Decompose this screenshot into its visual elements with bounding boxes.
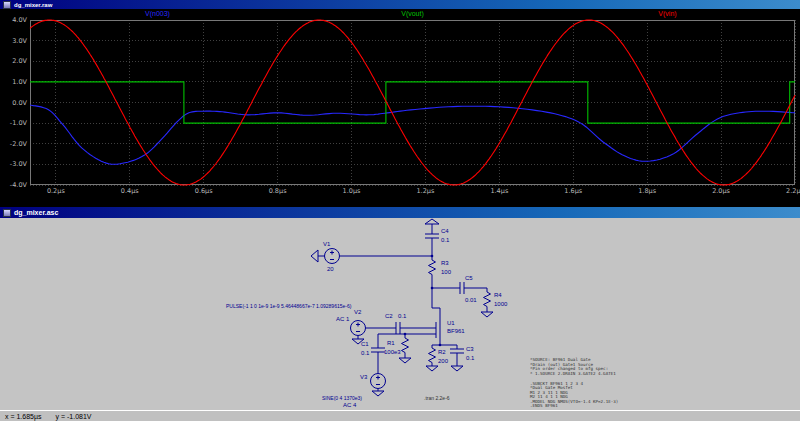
spice-note-line: * 1.SOURCE 2.DRAIN 3.GATE2 4.GATE1 [530,371,616,376]
r3-name: R3 [441,260,449,266]
schematic-titlebar[interactable]: dg_mixer.asc [0,207,800,218]
c1-value: 0.1 [361,350,370,356]
y-tick-label: 2.0V [0,57,27,65]
trace-V(n003)[interactable] [30,105,795,164]
v3-value: AC 4 [343,402,357,408]
component-c4[interactable]: C4 0.1 [425,219,450,256]
x-tick-label: 0.8µs [258,187,298,195]
spice-model-notes: *SOURCE: BF961 Dual Gate*Drain (out) Gat… [530,357,618,408]
y-tick-label: -3.0V [0,160,27,168]
component-r2[interactable]: R2 200 [426,345,449,371]
r1-name: R1 [387,340,395,346]
status-bar: x = 1.685µs y = -1.081V [0,410,800,421]
ltspice-app: dg_mixer.raw V(n003)V(vout)V(vin) 4.0V3.… [0,0,800,421]
component-v1[interactable]: V1 20 [311,241,340,272]
ground-icon [481,312,493,317]
u1-value: BF961 [447,328,465,334]
x-tick-label: 2.2µs [775,187,800,195]
c5-name: C5 [465,275,473,281]
x-tick-label: 1.6µs [553,187,593,195]
x-tick-label: 1.8µs [627,187,667,195]
x-tick-label: 1.2µs [405,187,445,195]
x-tick-label: 2.0µs [701,187,741,195]
x-tick-label: 1.0µs [332,187,372,195]
r2-value: 200 [438,358,449,364]
waveform-pane[interactable]: V(n003)V(vout)V(vin) 4.0V3.0V2.0V1.0V0.0… [0,9,800,207]
x-tick-label: 0.4µs [110,187,150,195]
trace-label[interactable]: V(vout) [368,10,458,17]
y-tick-label: -1.0V [0,119,27,127]
tran-directive[interactable]: .tran 2.2e-6 [424,395,450,401]
component-c2[interactable]: C2 0.1 [366,313,437,334]
v2-name: V2 [354,309,362,315]
waveform-titlebar[interactable]: dg_mixer.raw [0,0,800,9]
spice-note-line: .ENDS BF961 [530,403,558,408]
c3-value: 0.1 [466,355,475,361]
schematic-window-title: dg_mixer.asc [14,209,58,216]
c2-name: C2 [385,313,393,319]
c2-value: 0.1 [398,313,407,319]
x-tick-label: 0.2µs [36,187,76,195]
r1-value: 100e3 [384,349,401,355]
component-v3[interactable]: V3 SINE(0 4 1370e3) AC 4 [322,374,386,409]
schematic-svg[interactable]: V1 20 C4 0.1 R3 [0,218,800,408]
waveform-window-icon[interactable] [3,1,11,9]
c5-value: 0.01 [465,297,477,303]
waveform-svg[interactable] [30,20,795,185]
ground-icon [426,366,438,371]
component-r4[interactable]: R4 1000 [481,288,508,317]
cursor-x-readout: x = 1.685µs [5,413,42,420]
component-v2[interactable]: V2 AC 1 PULSE(-1 1 0 1e-9 1e-9 5.4644866… [226,303,366,344]
waveform-window-title: dg_mixer.raw [14,2,52,8]
v2-value: AC 1 [336,316,350,322]
x-tick-label: 0.6µs [184,187,224,195]
c1-name: C1 [361,341,369,347]
schematic-window-icon[interactable] [3,209,11,217]
ground-icon [372,391,384,396]
component-r1[interactable]: R1 100e3 [384,334,411,363]
component-u1[interactable]: U1 BF961 [432,308,465,345]
v1-value: 20 [327,266,334,272]
ground-icon [311,250,318,262]
r2-name: R2 [438,349,446,355]
y-tick-label: 1.0V [0,78,27,86]
r3-value: 100 [441,269,452,275]
pulse-directive: PULSE(-1 1 0 1e-9 1e-9 5.46448667e-7 1.0… [226,303,352,309]
plot-area[interactable] [30,20,795,185]
y-tick-label: -2.0V [0,140,27,148]
v3-name: V3 [360,374,368,380]
y-tick-label: 3.0V [0,37,27,45]
component-r3[interactable]: R3 100 [429,256,452,308]
ground-icon [451,366,463,371]
x-tick-label: 1.4µs [479,187,519,195]
ground-icon [399,358,411,363]
c4-name: C4 [441,228,449,234]
cursor-y-readout: y = -1.081V [56,413,92,420]
r4-value: 1000 [494,301,508,307]
schematic-canvas[interactable]: V1 20 C4 0.1 R3 [0,218,800,410]
sine-directive: SINE(0 4 1370e3) [322,395,362,401]
ground-icon [425,219,439,224]
component-c5[interactable]: C5 0.01 [432,275,487,303]
v1-name: V1 [323,241,331,247]
trace-label[interactable]: V(vin) [623,10,713,17]
y-tick-label: 0.0V [0,99,27,107]
c3-name: C3 [466,346,474,352]
y-tick-label: 4.0V [0,16,27,24]
r4-name: R4 [494,292,502,298]
c4-value: 0.1 [441,237,450,243]
y-tick-label: -4.0V [0,181,27,189]
trace-label[interactable]: V(n003) [113,10,203,17]
u1-name: U1 [447,320,455,326]
